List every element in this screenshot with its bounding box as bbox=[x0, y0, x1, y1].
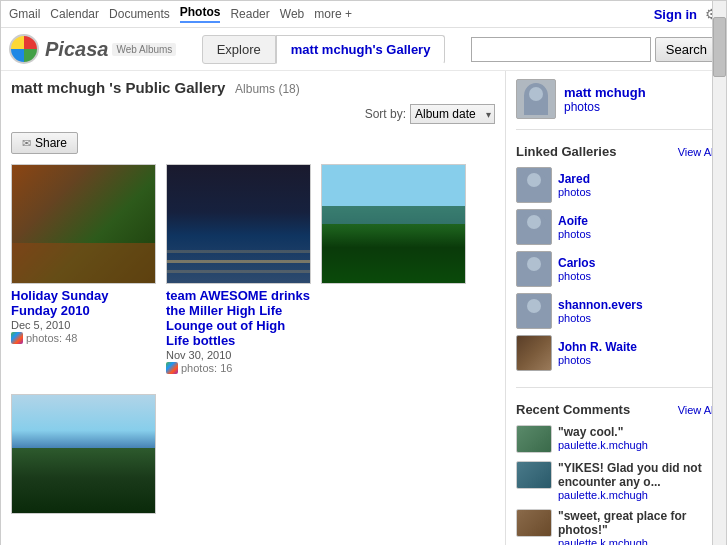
linked-gallery-avatar bbox=[516, 251, 552, 287]
album-item: team AWESOME drinks the Miller High Life… bbox=[166, 164, 311, 374]
web-albums-label: Web Albums bbox=[112, 43, 176, 56]
album-photos-count: photos: 16 bbox=[181, 362, 232, 374]
nav-photos[interactable]: Photos bbox=[180, 5, 221, 23]
avatar-silhouette-icon bbox=[522, 169, 546, 201]
avatar-silhouette-icon bbox=[522, 295, 546, 327]
list-item: "way cool." paulette.k.mchugh bbox=[516, 425, 716, 453]
album-thumbnail[interactable] bbox=[11, 164, 156, 284]
top-nav-links: Gmail Calendar Documents Photos Reader W… bbox=[9, 5, 352, 23]
list-item: Aoife photos bbox=[516, 209, 716, 245]
linked-galleries-header: Linked Galleries View All bbox=[516, 144, 716, 159]
picasa-icon bbox=[166, 362, 178, 374]
owner-photos-link[interactable]: photos bbox=[564, 100, 646, 114]
scrollbar[interactable] bbox=[712, 1, 726, 545]
sort-by-label: Sort by: bbox=[365, 107, 406, 121]
comment-text: "sweet, great place for photos!" bbox=[558, 509, 716, 537]
sort-wrapper: Album date bbox=[410, 104, 495, 124]
linked-gallery-name[interactable]: Aoife bbox=[558, 214, 591, 228]
avatar-silhouette-icon bbox=[522, 253, 546, 285]
comment-content: "YIKES! Glad you did not encounter any o… bbox=[558, 461, 716, 501]
album-item bbox=[11, 394, 156, 514]
nav-calendar[interactable]: Calendar bbox=[50, 7, 99, 21]
recent-comments-header: Recent Comments View All bbox=[516, 402, 716, 417]
gallery-subtitle: Albums (18) bbox=[235, 82, 300, 96]
picasa-logo-text: Picasa bbox=[45, 38, 108, 61]
header: Picasa Web Albums Explore matt mchugh's … bbox=[1, 28, 726, 71]
comment-thumbnail bbox=[516, 461, 552, 489]
share-button[interactable]: ✉ Share bbox=[11, 132, 78, 154]
owner-section: matt mchugh photos bbox=[516, 79, 716, 130]
right-sidebar: matt mchugh photos Linked Galleries View… bbox=[506, 71, 726, 545]
comment-content: "sweet, great place for photos!" paulett… bbox=[558, 509, 716, 545]
album-meta: photos: 16 bbox=[166, 362, 311, 374]
album-title[interactable]: Holiday Sunday Funday 2010 bbox=[11, 288, 156, 318]
album-photos-count: photos: 48 bbox=[26, 332, 77, 344]
top-nav-right: Sign in ⚙ bbox=[654, 6, 718, 22]
linked-gallery-name[interactable]: shannon.evers bbox=[558, 298, 643, 312]
nav-documents[interactable]: Documents bbox=[109, 7, 170, 21]
nav-web[interactable]: Web bbox=[280, 7, 304, 21]
nav-more[interactable]: more + bbox=[314, 7, 352, 21]
album-item bbox=[321, 164, 466, 374]
linked-gallery-link[interactable]: photos bbox=[558, 354, 637, 366]
nav-gmail[interactable]: Gmail bbox=[9, 7, 40, 21]
albums-grid: Holiday Sunday Funday 2010 Dec 5, 2010 p… bbox=[11, 164, 495, 524]
share-label: Share bbox=[35, 136, 67, 150]
list-item: Carlos photos bbox=[516, 251, 716, 287]
search-button[interactable]: Search bbox=[655, 37, 718, 62]
linked-gallery-link[interactable]: photos bbox=[558, 270, 595, 282]
linked-gallery-link[interactable]: photos bbox=[558, 312, 643, 324]
recent-comments-title: Recent Comments bbox=[516, 402, 630, 417]
linked-gallery-name[interactable]: Carlos bbox=[558, 256, 595, 270]
logo-area: Picasa Web Albums bbox=[9, 34, 176, 64]
comment-thumbnail bbox=[516, 425, 552, 453]
album-thumbnail[interactable] bbox=[166, 164, 311, 284]
list-item: shannon.evers photos bbox=[516, 293, 716, 329]
sort-bar: Sort by: Album date bbox=[11, 104, 495, 124]
linked-gallery-link[interactable]: photos bbox=[558, 186, 591, 198]
owner-name[interactable]: matt mchugh bbox=[564, 85, 646, 100]
album-thumbnail[interactable] bbox=[11, 394, 156, 514]
linked-gallery-info: shannon.evers photos bbox=[558, 298, 643, 324]
picasa-icon bbox=[11, 332, 23, 344]
owner-info: matt mchugh photos bbox=[564, 85, 646, 114]
linked-gallery-name[interactable]: John R. Waite bbox=[558, 340, 637, 354]
list-item: Jared photos bbox=[516, 167, 716, 203]
top-nav-bar: Gmail Calendar Documents Photos Reader W… bbox=[1, 1, 726, 28]
comment-author[interactable]: paulette.k.mchugh bbox=[558, 439, 648, 451]
linked-gallery-avatar bbox=[516, 167, 552, 203]
main-nav-tabs: Explore matt mchugh's Gallery bbox=[202, 35, 446, 64]
album-item: Holiday Sunday Funday 2010 Dec 5, 2010 p… bbox=[11, 164, 156, 374]
sign-in-link[interactable]: Sign in bbox=[654, 7, 697, 22]
album-date: Nov 30, 2010 bbox=[166, 349, 311, 361]
tab-explore[interactable]: Explore bbox=[202, 35, 276, 64]
linked-gallery-avatar bbox=[516, 335, 552, 371]
recent-comments-section: Recent Comments View All "way cool." pau… bbox=[516, 402, 716, 545]
list-item: John R. Waite photos bbox=[516, 335, 716, 371]
picasa-logo: Picasa Web Albums bbox=[9, 34, 176, 64]
linked-gallery-name[interactable]: Jared bbox=[558, 172, 591, 186]
scrollbar-thumb[interactable] bbox=[713, 17, 726, 77]
album-meta: photos: 48 bbox=[11, 332, 156, 344]
album-title[interactable]: team AWESOME drinks the Miller High Life… bbox=[166, 288, 311, 348]
linked-galleries-section: Linked Galleries View All Jared photos bbox=[516, 144, 716, 388]
search-area: Search bbox=[471, 37, 718, 62]
comment-author[interactable]: paulette.k.mchugh bbox=[558, 537, 716, 545]
search-input[interactable] bbox=[471, 37, 651, 62]
linked-gallery-info: Carlos photos bbox=[558, 256, 595, 282]
comment-author[interactable]: paulette.k.mchugh bbox=[558, 489, 716, 501]
main-layout: matt mchugh 's Public Gallery Albums (18… bbox=[1, 71, 726, 545]
linked-gallery-link[interactable]: photos bbox=[558, 228, 591, 240]
sort-select[interactable]: Album date bbox=[410, 104, 495, 124]
comment-content: "way cool." paulette.k.mchugh bbox=[558, 425, 648, 451]
album-thumbnail[interactable] bbox=[321, 164, 466, 284]
linked-galleries-view-all[interactable]: View All bbox=[678, 146, 716, 158]
tab-gallery[interactable]: matt mchugh's Gallery bbox=[276, 35, 446, 64]
list-item: "YIKES! Glad you did not encounter any o… bbox=[516, 461, 716, 501]
nav-reader[interactable]: Reader bbox=[230, 7, 269, 21]
linked-gallery-info: Jared photos bbox=[558, 172, 591, 198]
recent-comments-view-all[interactable]: View All bbox=[678, 404, 716, 416]
avatar-silhouette-icon bbox=[524, 83, 548, 115]
picasa-ball-icon bbox=[9, 34, 39, 64]
gallery-header: matt mchugh 's Public Gallery Albums (18… bbox=[11, 79, 495, 96]
